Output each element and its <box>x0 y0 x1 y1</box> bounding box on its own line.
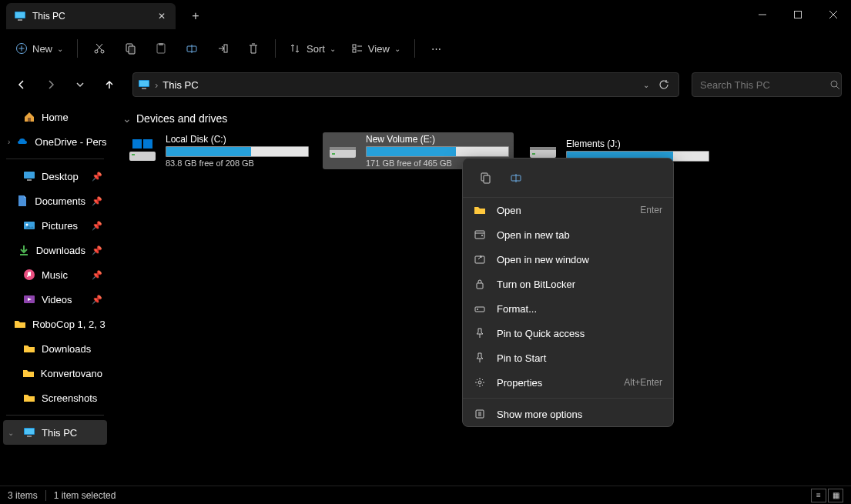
monitor-icon <box>23 426 35 439</box>
svg-rect-17 <box>159 43 163 45</box>
svg-rect-61 <box>475 307 484 312</box>
sidebar-item-onedrive[interactable]: › OneDrive - Pers <box>3 129 107 154</box>
sidebar-item-konvertovano[interactable]: Konvertovano <box>3 361 107 386</box>
svg-rect-32 <box>27 179 32 181</box>
view-label: View <box>368 43 390 55</box>
ctx-open-new-window[interactable]: Open in new window <box>463 247 673 272</box>
search-bar[interactable] <box>692 72 842 97</box>
drive-usage-fill <box>166 147 251 156</box>
ctx-label: Pin to Quick access <box>497 328 585 339</box>
sidebar-item-robocop[interactable]: RoboCop 1, 2, 3 <box>3 312 107 336</box>
video-icon <box>23 293 35 305</box>
folder-icon <box>14 318 26 330</box>
pin-icon: 📌 <box>92 245 102 255</box>
ctx-pin-quick[interactable]: Pin to Quick access <box>463 321 673 345</box>
svg-rect-52 <box>484 175 490 183</box>
sidebar-item-music[interactable]: Music 📌 <box>3 262 107 287</box>
ctx-pin-start[interactable]: Pin to Start <box>463 345 673 370</box>
tab-title: This PC <box>32 11 156 22</box>
plus-circle-icon <box>15 42 28 55</box>
view-icon <box>351 42 364 55</box>
svg-rect-30 <box>28 118 31 122</box>
ctx-bitlocker[interactable]: Turn on BitLocker <box>463 272 673 296</box>
rename-button[interactable] <box>178 35 206 62</box>
sidebar-item-downloads[interactable]: Downloads 📌 <box>3 238 107 262</box>
separator <box>6 415 104 416</box>
new-tab-button[interactable]: + <box>183 4 208 28</box>
sidebar-item-this-pc[interactable]: ⌄ This PC <box>3 420 107 445</box>
trash-icon <box>247 42 260 55</box>
close-window-button[interactable] <box>816 0 851 29</box>
ctx-properties[interactable]: Properties Alt+Enter <box>463 370 673 395</box>
address-bar[interactable]: › This PC ⌄ <box>132 72 679 97</box>
sidebar-item-desktop[interactable]: Desktop 📌 <box>3 164 107 189</box>
search-input[interactable] <box>700 79 829 91</box>
chevron-right-icon: › <box>8 138 10 146</box>
close-icon[interactable]: ✕ <box>156 10 168 22</box>
more-button[interactable]: ⋯ <box>423 35 451 62</box>
share-button[interactable] <box>209 35 236 62</box>
view-button[interactable]: View ⌄ <box>345 35 407 62</box>
desktop-icon <box>23 170 35 182</box>
details-view-toggle[interactable]: ≡ <box>811 489 826 502</box>
sidebar-label: Home <box>42 112 69 123</box>
recent-button[interactable] <box>68 72 92 97</box>
new-button[interactable]: New ⌄ <box>9 35 69 62</box>
ctx-rename-button[interactable] <box>504 166 528 189</box>
ctx-label: Open <box>497 205 521 216</box>
home-icon <box>23 111 35 123</box>
separator <box>414 39 415 58</box>
forward-button[interactable] <box>39 72 63 97</box>
svg-rect-47 <box>332 153 335 155</box>
svg-rect-26 <box>139 81 149 86</box>
svg-rect-43 <box>132 139 142 149</box>
ctx-show-more[interactable]: Show more options <box>463 402 673 426</box>
sidebar-item-documents[interactable]: Documents 📌 <box>3 189 107 213</box>
context-menu: Open Enter Open in new tab Open in new w… <box>462 158 674 427</box>
ctx-format[interactable]: Format... <box>463 296 673 321</box>
sidebar-item-pictures[interactable]: Pictures 📌 <box>3 213 107 238</box>
separator <box>463 398 673 399</box>
pin-icon: 📌 <box>92 295 102 305</box>
tab-this-pc[interactable]: This PC ✕ <box>6 3 176 29</box>
ctx-open[interactable]: Open Enter <box>463 198 673 222</box>
drive-name: Local Disk (C:) <box>166 134 309 145</box>
up-button[interactable] <box>97 72 122 97</box>
back-button[interactable] <box>9 72 34 97</box>
sidebar-item-screenshots[interactable]: Screenshots <box>3 386 107 410</box>
ctx-open-new-tab[interactable]: Open in new tab <box>463 222 673 247</box>
sidebar-label: Desktop <box>42 171 79 182</box>
share-icon <box>216 42 229 55</box>
separator <box>6 159 104 159</box>
copy-icon <box>124 42 136 55</box>
svg-rect-55 <box>475 231 484 239</box>
group-header-devices[interactable]: ⌄ Devices and drives <box>122 108 840 132</box>
drive-usage-bar <box>166 146 309 157</box>
minimize-button[interactable] <box>745 0 780 29</box>
refresh-button[interactable] <box>654 72 674 97</box>
sidebar-item-downloads2[interactable]: Downloads <box>3 336 107 361</box>
breadcrumb-separator: › <box>155 79 158 91</box>
ctx-copy-button[interactable] <box>474 166 497 189</box>
svg-rect-39 <box>25 429 34 434</box>
svg-point-28 <box>831 81 837 87</box>
sort-button[interactable]: Sort ⌄ <box>283 35 342 62</box>
tiles-view-toggle[interactable]: ▦ <box>828 489 843 502</box>
breadcrumb-location[interactable]: This PC <box>162 79 198 91</box>
ctx-label: Format... <box>497 303 537 315</box>
paste-button[interactable] <box>147 35 175 62</box>
ctx-label: Properties <box>497 377 542 389</box>
drive-local-c[interactable]: Local Disk (C:) 83.8 GB free of 208 GB <box>122 132 313 169</box>
chevron-down-icon: ⌄ <box>122 112 132 125</box>
chevron-down-icon[interactable]: ⌄ <box>643 81 649 89</box>
cut-button[interactable] <box>85 35 113 62</box>
sidebar-item-home[interactable]: Home <box>3 105 107 129</box>
delete-button[interactable] <box>240 35 267 62</box>
svg-point-63 <box>478 381 481 384</box>
copy-button[interactable] <box>116 35 144 62</box>
drive-name: New Volume (E:) <box>366 134 509 145</box>
lock-icon <box>474 278 486 290</box>
sidebar-label: Music <box>42 269 68 281</box>
sidebar-item-videos[interactable]: Videos 📌 <box>3 287 107 312</box>
maximize-button[interactable] <box>780 0 816 29</box>
